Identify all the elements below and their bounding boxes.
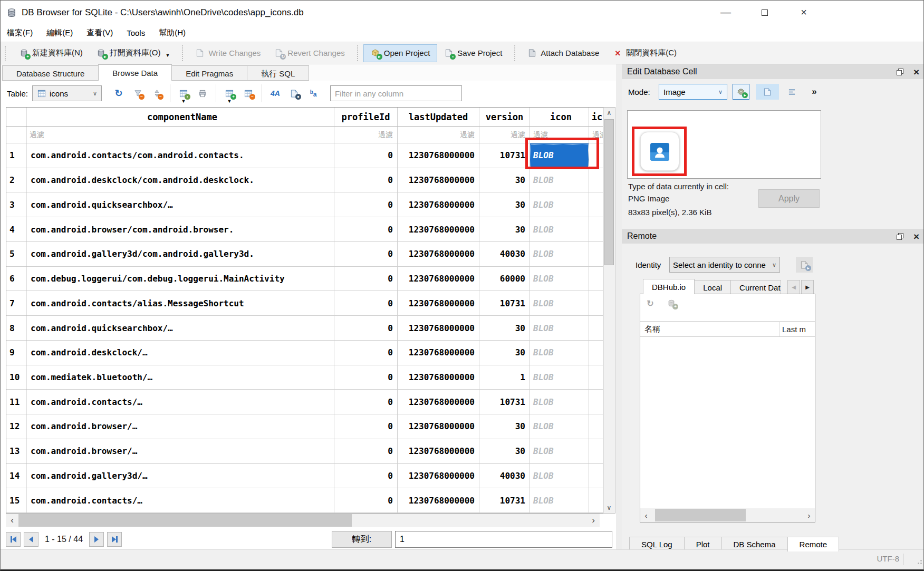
dropdown-arrow-icon[interactable]: ▼: [227, 99, 232, 104]
cell-lastUpdated[interactable]: 1230768000000: [398, 488, 479, 513]
cell-icon-blob[interactable]: BLOB: [530, 316, 589, 341]
maximize-button[interactable]: [757, 6, 773, 18]
apply-button[interactable]: Apply: [758, 189, 820, 208]
cell-profileId[interactable]: 0: [334, 365, 398, 390]
cell-partial[interactable]: [589, 341, 603, 365]
cell-version[interactable]: 30: [479, 439, 530, 464]
float-panel-icon[interactable]: [896, 231, 905, 241]
close-panel-icon[interactable]: ×: [913, 231, 919, 241]
cell-profileId[interactable]: 0: [334, 242, 398, 267]
horizontal-scroll-thumb[interactable]: [18, 514, 352, 527]
new-database-button[interactable]: +新建資料庫(N): [12, 44, 90, 62]
table-selector[interactable]: icons ∨: [32, 85, 102, 101]
cell-componentName[interactable]: com.android.contacts/com.android.contact…: [26, 143, 334, 168]
cell-componentName[interactable]: com.android.contacts/…: [26, 488, 334, 513]
cell-profileId[interactable]: 0: [334, 439, 398, 464]
row-number[interactable]: 6: [6, 267, 26, 292]
row-number[interactable]: 7: [6, 291, 26, 316]
dropdown-arrow-icon[interactable]: ▼: [166, 53, 170, 58]
cell-lastUpdated[interactable]: 1230768000000: [398, 439, 479, 464]
tab-edit-pragmas[interactable]: Edit Pragmas: [171, 65, 247, 81]
row-number[interactable]: 5: [6, 242, 26, 267]
cell-componentName[interactable]: com.android.deskclock/…: [26, 341, 334, 365]
cell-profileId[interactable]: 0: [334, 316, 398, 341]
menu-item-view[interactable]: 查看(V): [86, 28, 113, 38]
column-header-partial[interactable]: ic: [589, 108, 603, 127]
cell-lastUpdated[interactable]: 1230768000000: [398, 316, 479, 341]
remote-list-header-name[interactable]: 名稱: [640, 322, 780, 336]
remote-tab-current-database[interactable]: Current Dat: [730, 280, 781, 294]
scroll-right-icon[interactable]: ›: [803, 508, 815, 522]
cell-partial[interactable]: [589, 414, 603, 439]
text-mode-button[interactable]: [756, 84, 779, 100]
insert-record-button[interactable]: +▼: [220, 84, 239, 103]
tab-browse-data[interactable]: Browse Data: [98, 64, 172, 81]
tab-scroll-left-icon[interactable]: ◀: [787, 280, 800, 294]
cell-partial[interactable]: [589, 168, 603, 193]
menu-item-tools[interactable]: Tools: [127, 28, 145, 37]
resize-grip-icon[interactable]: [916, 557, 922, 567]
remote-tab-local[interactable]: Local: [694, 280, 731, 294]
column-header-component[interactable]: componentName: [26, 108, 334, 127]
filter-input-profile[interactable]: 過濾: [334, 127, 398, 143]
cell-icon-blob[interactable]: BLOB: [530, 488, 589, 513]
cell-lastUpdated[interactable]: 1230768000000: [398, 414, 479, 439]
cell-lastUpdated[interactable]: 1230768000000: [398, 242, 479, 267]
cell-profileId[interactable]: 0: [334, 168, 398, 193]
menu-item-help[interactable]: 幫助(H): [159, 28, 186, 38]
goto-button[interactable]: 轉到:: [332, 531, 392, 548]
cell-lastUpdated[interactable]: 1230768000000: [398, 341, 479, 365]
cell-profileId[interactable]: 0: [334, 488, 398, 513]
write-changes-button[interactable]: Write Changes: [188, 45, 267, 62]
cell-version[interactable]: 30: [479, 414, 530, 439]
cell-partial[interactable]: [589, 464, 603, 489]
print-table-button[interactable]: [193, 84, 212, 103]
cell-icon-blob[interactable]: BLOB: [530, 464, 589, 489]
cell-partial[interactable]: [589, 390, 603, 414]
close-database-button[interactable]: ×關閉資料庫(C): [606, 44, 684, 62]
scroll-right-icon[interactable]: ›: [587, 514, 600, 527]
cell-componentName[interactable]: com.android.contacts/…: [26, 390, 334, 414]
cell-partial[interactable]: [589, 488, 603, 513]
vertical-scrollbar[interactable]: ∧ ∨: [603, 107, 615, 514]
row-number[interactable]: 8: [6, 316, 26, 341]
cell-lastUpdated[interactable]: 1230768000000: [398, 464, 479, 489]
cell-componentName[interactable]: com.android.deskclock/com.android.deskcl…: [26, 168, 334, 193]
row-number[interactable]: 2: [6, 168, 26, 193]
scroll-left-icon[interactable]: ‹: [640, 508, 652, 522]
dock-splitter[interactable]: [616, 64, 622, 551]
next-page-button[interactable]: [89, 532, 104, 547]
filter-input-version[interactable]: 過濾: [479, 127, 530, 143]
replace-in-table-button[interactable]: ba: [304, 84, 323, 103]
cell-version[interactable]: 10731: [479, 143, 530, 168]
close-panel-icon[interactable]: ×: [913, 67, 919, 77]
last-page-button[interactable]: [107, 532, 122, 547]
row-number[interactable]: 10: [6, 365, 26, 390]
cell-version[interactable]: 40030: [479, 464, 530, 489]
close-button[interactable]: ×: [796, 6, 812, 18]
import-certificate-button[interactable]: ▸: [796, 257, 813, 273]
edit-display-format-button[interactable]: 4A: [266, 84, 285, 103]
revert-changes-button[interactable]: ↻Revert Changes: [267, 45, 351, 62]
identity-selector[interactable]: Select an identity to conne ∨: [669, 257, 780, 273]
row-number[interactable]: 13: [6, 439, 26, 464]
cell-icon-blob[interactable]: BLOB: [530, 242, 589, 267]
cell-lastUpdated[interactable]: 1230768000000: [398, 168, 479, 193]
cell-version[interactable]: 10731: [479, 390, 530, 414]
cell-version[interactable]: 60000: [479, 267, 530, 292]
row-number[interactable]: 12: [6, 414, 26, 439]
vertical-scroll-thumb[interactable]: [604, 119, 614, 265]
cell-partial[interactable]: [589, 365, 603, 390]
row-number[interactable]: 11: [6, 390, 26, 414]
cell-icon-blob[interactable]: BLOB: [530, 365, 589, 390]
cell-version[interactable]: 10731: [479, 488, 530, 513]
auto-update-button[interactable]: ▸: [733, 84, 749, 100]
find-in-table-button[interactable]: ●: [285, 84, 304, 103]
row-number[interactable]: 3: [6, 192, 26, 217]
tab-execute-sql[interactable]: 執行 SQL: [247, 65, 309, 81]
column-header-version[interactable]: version: [479, 108, 530, 127]
cell-componentName[interactable]: com.android.browser/com.android.browser.: [26, 217, 334, 242]
remote-horizontal-scrollbar[interactable]: ‹ ›: [640, 508, 815, 522]
dock-tab-remote[interactable]: Remote: [787, 537, 840, 551]
remote-scroll-thumb[interactable]: [655, 509, 746, 521]
